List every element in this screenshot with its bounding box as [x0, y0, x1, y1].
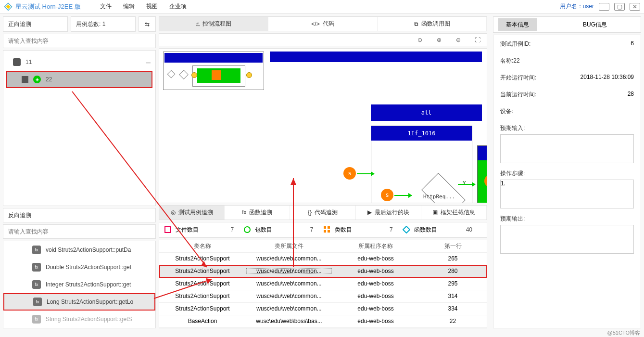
list-item[interactable]: fxDouble Struts2ActionSupport::get	[3, 259, 155, 276]
expected-input-field[interactable]	[500, 134, 634, 163]
outer-block: 1If_1016 s s HttpReq... Y N 1Se_If_1016 …	[371, 126, 472, 203]
func-count-icon	[403, 226, 410, 233]
device-label: 设备:	[500, 107, 513, 116]
tree-root[interactable]: 11 –	[3, 53, 155, 71]
ttab-last-block[interactable]: ▶最后运行的块	[356, 206, 421, 220]
expected-output-field[interactable]	[500, 225, 634, 254]
se-node: 1Se_If_1016	[478, 146, 487, 160]
diagram-toolbar: ⊙ ⊕ ⊖ ⛶	[159, 33, 487, 46]
flow-icon: ⎌	[196, 21, 200, 27]
expected-input-label: 预期输入:	[500, 125, 525, 131]
checkbox-icon[interactable]	[22, 76, 28, 83]
svg-rect-7	[328, 230, 330, 233]
file-icon	[164, 226, 172, 233]
case-count-label: 用例总数: 1	[71, 16, 136, 32]
list-item[interactable]: fxvoid Struts2ActionSupport::putDa	[3, 241, 155, 259]
tab-code[interactable]: </>代码	[268, 17, 378, 31]
svg-rect-4	[324, 226, 326, 229]
list-item-selected[interactable]: fxLong Struts2ActionSupport::getLo	[3, 293, 155, 311]
table-row[interactable]: Struts2ActionSupportwusc\edu\web\common.…	[159, 290, 487, 303]
table-row[interactable]: Struts2ActionSupportwusc\edu\web\common.…	[159, 278, 487, 290]
svg-rect-6	[324, 230, 326, 233]
list-item[interactable]: fxString Struts2ActionSupport::getS	[3, 311, 155, 328]
table-row[interactable]: Struts2ActionSupportwusc\edu\web\common.…	[159, 265, 487, 278]
func-icon: fx	[32, 315, 41, 324]
y-label: Y	[463, 180, 466, 186]
ttab-intercept[interactable]: ▣框架拦截信息	[421, 206, 487, 220]
func-icon: fx	[32, 280, 41, 289]
all-node: all	[371, 104, 482, 121]
rtab-bug-info[interactable]: BUG信息	[575, 18, 615, 31]
right-tabs: 基本信息 BUG信息	[493, 16, 641, 33]
steps-field[interactable]	[500, 180, 634, 208]
pkg-icon	[243, 226, 251, 233]
table-row[interactable]: Struts2ActionSupportwusc\edu\web\common.…	[159, 253, 487, 265]
func-icon: fx	[33, 298, 42, 306]
zoom-in-icon[interactable]: ⊕	[435, 36, 443, 44]
menu-enterprise[interactable]: 企业项	[169, 2, 187, 11]
ttab-case-trace[interactable]: ◎测试用例追溯	[159, 206, 225, 220]
titlebar: 星云测试 Horn-J2EE 版 文件 编辑 视图 企业项 用户名：user —…	[0, 0, 644, 13]
maximize-icon[interactable]: ▢	[614, 3, 625, 11]
close-icon[interactable]: ✕	[630, 3, 640, 11]
if-node: 1If_1016	[371, 126, 472, 141]
menu-edit[interactable]: 编辑	[123, 2, 135, 11]
diagram-thumbnail[interactable]	[163, 52, 264, 90]
cur-time-value: 28	[628, 91, 634, 99]
table-row[interactable]: BaseActionwusc\edu\web\boss\bas...edu-we…	[159, 315, 487, 328]
func-icon: fx	[32, 246, 41, 254]
minimize-icon[interactable]: —	[599, 3, 609, 11]
center-tabs: ⎌控制流程图 </>代码 ⧉函数调用图	[159, 16, 487, 31]
expected-output-label: 预期输出:	[500, 215, 525, 222]
user-label: 用户名：user	[560, 2, 594, 11]
svg-marker-1	[6, 4, 11, 9]
main-menu: 文件 编辑 视图 企业项	[100, 2, 187, 11]
footer-watermark: @51CTO博客	[607, 328, 640, 337]
start-time-label: 开始运行时间:	[500, 74, 536, 82]
zoom-out-icon[interactable]: ⊖	[454, 36, 463, 44]
code-icon: </>	[311, 21, 319, 27]
list-item[interactable]: fxInteger Struts2ActionSupport::get	[3, 276, 155, 293]
zoom-reset-icon[interactable]: ⊙	[416, 36, 424, 44]
tree-root-label: 11	[25, 59, 32, 65]
menu-view[interactable]: 视图	[146, 2, 158, 11]
tab-control-flow[interactable]: ⎌控制流程图	[159, 17, 268, 31]
class-table: 类名称类所属文件所属程序名称第一行 Struts2ActionSupportwu…	[159, 240, 487, 328]
cur-time-label: 当前运行时间:	[500, 91, 536, 99]
svg-point-3	[244, 227, 250, 233]
tab-call-graph[interactable]: ⧉函数调用图	[378, 17, 487, 31]
tree-item-selected[interactable]: ◈ 22	[6, 71, 152, 88]
trace-tabs: ◎测试用例追溯 fx函数追溯 {}代码追溯 ▶最后运行的块 ▣框架拦截信息	[159, 205, 487, 220]
backward-trace-label[interactable]: 反向追溯	[3, 208, 156, 222]
case-id-value: 6	[631, 40, 634, 48]
decision-label: HttpReq...	[423, 194, 455, 200]
forward-trace-label[interactable]: 正向追溯	[3, 16, 68, 32]
s-node: s	[381, 189, 393, 201]
ttab-func-trace[interactable]: fx函数追溯	[225, 206, 290, 220]
table-row[interactable]: Struts2ActionSupportwusc\edu\web\common.…	[159, 303, 487, 315]
svg-rect-5	[328, 226, 330, 229]
collapse-icon[interactable]: –	[146, 57, 151, 67]
forward-search-input[interactable]	[3, 34, 156, 48]
backward-search-input[interactable]	[3, 224, 156, 239]
ttab-code-trace[interactable]: {}代码追溯	[290, 206, 355, 220]
inner-s-node: s	[484, 175, 487, 187]
app-logo-icon	[4, 2, 13, 11]
class-icon	[323, 226, 331, 233]
fx-icon: fx	[242, 209, 246, 216]
folder-icon	[13, 58, 21, 66]
start-node: s	[343, 167, 356, 180]
target-icon: ◎	[171, 209, 176, 216]
table-header: 类名称类所属文件所属程序名称第一行	[159, 240, 487, 253]
rtab-basic-info[interactable]: 基本信息	[498, 18, 537, 31]
flow-diagram[interactable]: all 1If_1016 s s HttpReq... Y N 1Se_If_1…	[159, 48, 487, 203]
play-icon: ▶	[367, 209, 372, 216]
swap-icon[interactable]: ⇆	[139, 16, 156, 32]
fullscreen-icon[interactable]: ⛶	[473, 36, 482, 44]
svg-marker-8	[403, 226, 410, 233]
info-panel: 测试用例ID:6 名称:22 开始运行时间:2018-11-28 10:36:0…	[493, 35, 641, 328]
diagram-header-bar	[270, 52, 482, 62]
func-icon: fx	[32, 263, 41, 272]
function-list: fxvoid Struts2ActionSupport::putDa fxDou…	[3, 241, 156, 328]
menu-file[interactable]: 文件	[100, 2, 112, 11]
